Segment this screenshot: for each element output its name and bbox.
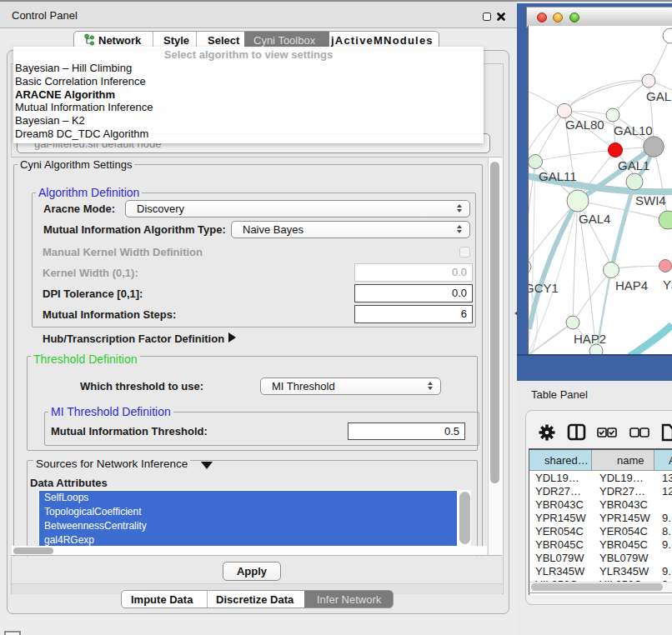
svg-text:HAP2: HAP2 [574, 332, 606, 346]
svg-text:GAL7: GAL7 [646, 89, 672, 103]
svg-text:YJ: YJ [663, 278, 672, 292]
svg-text:GAL1: GAL1 [618, 158, 649, 172]
svg-text:GCY1: GCY1 [529, 281, 559, 295]
svg-text:GAL11: GAL11 [539, 169, 577, 183]
svg-text:GAL4: GAL4 [579, 212, 610, 226]
svg-text:HAP4: HAP4 [615, 278, 648, 292]
svg-text:SWI4: SWI4 [635, 193, 666, 208]
svg-text:GAL10: GAL10 [614, 123, 653, 138]
svg-text:GAL80: GAL80 [565, 118, 604, 132]
